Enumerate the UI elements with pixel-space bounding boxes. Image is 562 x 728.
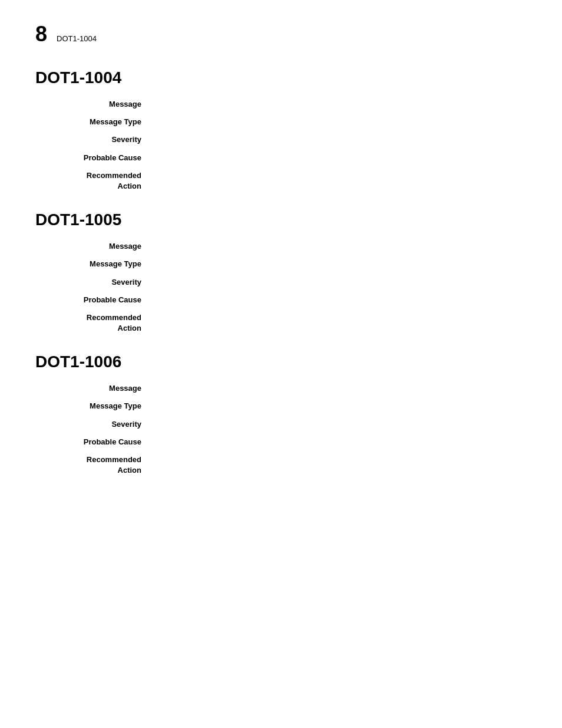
label-recommended-action-1005: Recommended Action bbox=[59, 312, 153, 334]
section-title-dot1-1005: DOT1-1005 bbox=[35, 210, 527, 229]
label-message-1005: Message bbox=[59, 241, 153, 252]
label-severity-1006: Severity bbox=[59, 419, 153, 430]
value-recommended-action-1006 bbox=[153, 454, 527, 476]
field-row-recommended-action-1005: Recommended Action bbox=[35, 312, 527, 334]
value-severity-1006 bbox=[153, 419, 527, 430]
value-severity-1005 bbox=[153, 277, 527, 288]
field-row-message-1005: Message bbox=[35, 241, 527, 252]
section-dot1-1006: DOT1-1006 Message Message Type Severity … bbox=[35, 353, 527, 476]
field-row-message-type-1004: Message Type bbox=[35, 117, 527, 127]
field-row-recommended-action-1004: Recommended Action bbox=[35, 170, 527, 192]
page-number: 8 bbox=[35, 24, 47, 45]
value-recommended-action-1005 bbox=[153, 312, 527, 334]
label-probable-cause-1005: Probable Cause bbox=[59, 295, 153, 305]
field-row-severity-1005: Severity bbox=[35, 277, 527, 288]
value-recommended-action-1004 bbox=[153, 170, 527, 192]
field-row-message-type-1006: Message Type bbox=[35, 401, 527, 411]
value-probable-cause-1006 bbox=[153, 437, 527, 447]
label-message-type-1004: Message Type bbox=[59, 117, 153, 127]
recommended-action-line1-1005: Recommended bbox=[87, 313, 141, 322]
label-severity-1004: Severity bbox=[59, 134, 153, 145]
field-row-probable-cause-1005: Probable Cause bbox=[35, 295, 527, 305]
label-probable-cause-1004: Probable Cause bbox=[59, 153, 153, 163]
label-probable-cause-1006: Probable Cause bbox=[59, 437, 153, 447]
field-row-severity-1004: Severity bbox=[35, 134, 527, 145]
field-row-recommended-action-1006: Recommended Action bbox=[35, 454, 527, 476]
value-message-1006 bbox=[153, 383, 527, 394]
label-recommended-action-1006: Recommended Action bbox=[59, 454, 153, 476]
label-message-type-1006: Message Type bbox=[59, 401, 153, 411]
value-probable-cause-1004 bbox=[153, 153, 527, 163]
field-row-message-type-1005: Message Type bbox=[35, 259, 527, 269]
label-severity-1005: Severity bbox=[59, 277, 153, 288]
field-row-probable-cause-1006: Probable Cause bbox=[35, 437, 527, 447]
recommended-action-line2-1005: Action bbox=[118, 324, 141, 332]
label-message-1006: Message bbox=[59, 383, 153, 394]
recommended-action-line2-1004: Action bbox=[118, 182, 141, 190]
page-doc-id: DOT1-1004 bbox=[57, 34, 97, 43]
value-message-1005 bbox=[153, 241, 527, 252]
field-row-probable-cause-1004: Probable Cause bbox=[35, 153, 527, 163]
label-message-type-1005: Message Type bbox=[59, 259, 153, 269]
label-message-1004: Message bbox=[59, 99, 153, 110]
value-message-type-1006 bbox=[153, 401, 527, 411]
recommended-action-line1-1006: Recommended bbox=[87, 455, 141, 464]
field-row-message-1006: Message bbox=[35, 383, 527, 394]
section-title-dot1-1004: DOT1-1004 bbox=[35, 68, 527, 87]
value-probable-cause-1005 bbox=[153, 295, 527, 305]
value-severity-1004 bbox=[153, 134, 527, 145]
field-row-severity-1006: Severity bbox=[35, 419, 527, 430]
page-header: 8 DOT1-1004 bbox=[35, 24, 527, 45]
field-row-message-1004: Message bbox=[35, 99, 527, 110]
section-title-dot1-1006: DOT1-1006 bbox=[35, 353, 527, 371]
value-message-1004 bbox=[153, 99, 527, 110]
recommended-action-line2-1006: Action bbox=[118, 466, 141, 475]
section-dot1-1005: DOT1-1005 Message Message Type Severity … bbox=[35, 210, 527, 334]
recommended-action-line1-1004: Recommended bbox=[87, 171, 141, 180]
section-dot1-1004: DOT1-1004 Message Message Type Severity … bbox=[35, 68, 527, 192]
value-message-type-1005 bbox=[153, 259, 527, 269]
value-message-type-1004 bbox=[153, 117, 527, 127]
label-recommended-action-1004: Recommended Action bbox=[59, 170, 153, 192]
